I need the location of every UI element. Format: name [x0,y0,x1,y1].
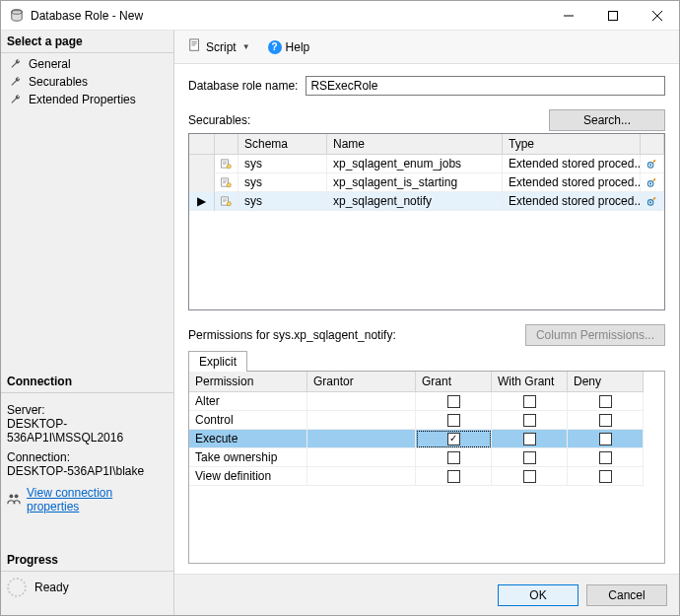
col-grantor[interactable]: Grantor [307,372,416,392]
checkbox[interactable] [599,470,612,483]
col-action [641,134,664,155]
checkbox[interactable]: ✓ [447,433,460,445]
cell-with-grant[interactable] [492,411,568,430]
checkbox[interactable] [523,414,536,427]
cell-schema: sys [238,155,327,173]
help-icon: ? [268,40,282,54]
stored-procedure-icon [215,192,238,211]
people-icon [7,492,21,509]
securable-row[interactable]: ▶sysxp_sqlagent_notifyExtended stored pr… [189,192,664,211]
row-selector[interactable] [189,155,215,173]
col-with-grant[interactable]: With Grant [492,372,568,392]
col-type[interactable]: Type [503,134,641,155]
col-name[interactable]: Name [327,134,503,155]
checkbox[interactable] [599,451,612,464]
cell-deny[interactable] [568,411,644,430]
server-value: DESKTOP-536AP1I\MSSQL2016 [7,417,168,445]
cell-grantor [307,448,416,467]
cell-with-grant[interactable] [492,392,568,411]
cell-schema: sys [238,173,327,192]
minimize-button[interactable] [546,1,590,30]
checkbox[interactable] [447,395,460,408]
cell-grant[interactable] [416,392,492,411]
titlebar: Database Role - New [1,1,679,31]
securable-row[interactable]: sysxp_sqlagent_enum_jobsExtended stored … [189,155,664,173]
wrench-icon [9,93,23,106]
tab-explicit[interactable]: Explicit [188,351,247,372]
svg-point-17 [649,201,651,203]
row-action-icon[interactable] [641,173,664,192]
row-action-icon[interactable] [641,155,664,173]
checkbox[interactable] [447,414,460,427]
search-button[interactable]: Search... [549,109,665,131]
cell-grantor [307,411,416,430]
cell-deny[interactable] [568,448,644,467]
checkbox[interactable] [447,470,460,483]
wrench-icon [9,75,23,89]
row-selector[interactable]: ▶ [189,192,215,211]
sidebar-item-securables[interactable]: Securables [1,73,173,91]
cell-deny[interactable] [568,392,644,411]
cell-grant[interactable] [416,448,492,467]
checkbox[interactable] [523,470,536,483]
help-button[interactable]: ? Help [264,38,314,56]
cell-grant[interactable]: ✓ [416,430,492,448]
svg-point-11 [227,183,231,187]
row-action-icon[interactable] [641,192,664,211]
cell-name: xp_sqlagent_is_starting [327,173,503,192]
progress-header: Progress [1,549,173,572]
sidebar-item-general[interactable]: General [1,55,173,73]
ok-button[interactable]: OK [498,584,578,606]
permission-row[interactable]: View definition [189,467,664,486]
cell-with-grant[interactable] [492,467,568,486]
col-schema[interactable]: Schema [238,134,327,155]
cell-schema: sys [238,192,327,211]
securable-row[interactable]: sysxp_sqlagent_is_startingExtended store… [189,173,664,192]
permission-row[interactable]: Take ownership [189,448,664,467]
permissions-grid[interactable]: Permission Grantor Grant With Grant Deny… [189,372,664,563]
close-button[interactable] [635,1,679,30]
securables-grid[interactable]: Schema Name Type sysxp_sqlagent_enum_job… [188,133,665,310]
script-label: Script [206,40,237,54]
view-connection-properties-link[interactable]: View connection properties [27,486,168,513]
toolbar: Script ▼ ? Help [174,31,679,64]
cell-deny[interactable] [568,430,644,448]
cancel-button[interactable]: Cancel [586,584,667,606]
checkbox[interactable] [447,451,460,464]
svg-point-9 [649,164,651,166]
dialog-footer: OK Cancel [174,574,679,615]
connection-label: Connection: [7,450,168,464]
cell-grantor [307,430,416,448]
col-grant[interactable]: Grant [416,372,492,392]
checkbox[interactable] [599,414,612,427]
col-deny[interactable]: Deny [568,372,644,392]
row-selector[interactable] [189,173,215,192]
checkbox[interactable] [523,433,536,445]
sidebar-item-extended-properties[interactable]: Extended Properties [1,91,173,108]
checkbox[interactable] [599,395,612,408]
progress-spinner-icon [7,578,27,597]
securables-label: Securables: [188,113,549,127]
permission-row[interactable]: Execute✓ [189,430,664,448]
checkbox[interactable] [523,451,536,464]
role-name-input[interactable] [306,76,665,96]
permissions-label: Permissions for sys.xp_sqlagent_notify: [188,328,525,342]
sidebar: Select a page General Securables Extende… [1,31,174,615]
dialog-window: Database Role - New Select a page Genera… [0,0,680,616]
svg-point-13 [649,182,651,184]
cell-permission: View definition [189,467,307,486]
permission-row[interactable]: Control [189,411,664,430]
script-button[interactable]: Script ▼ [184,36,256,57]
svg-point-4 [15,494,19,498]
permission-row[interactable]: Alter [189,392,664,411]
cell-grant[interactable] [416,467,492,486]
cell-grant[interactable] [416,411,492,430]
checkbox[interactable] [523,395,536,408]
checkbox[interactable] [599,433,612,445]
maximize-button[interactable] [590,1,635,30]
cell-deny[interactable] [568,467,644,486]
cell-with-grant[interactable] [492,430,568,448]
cell-grantor [307,467,416,486]
col-permission[interactable]: Permission [189,372,307,392]
cell-with-grant[interactable] [492,448,568,467]
